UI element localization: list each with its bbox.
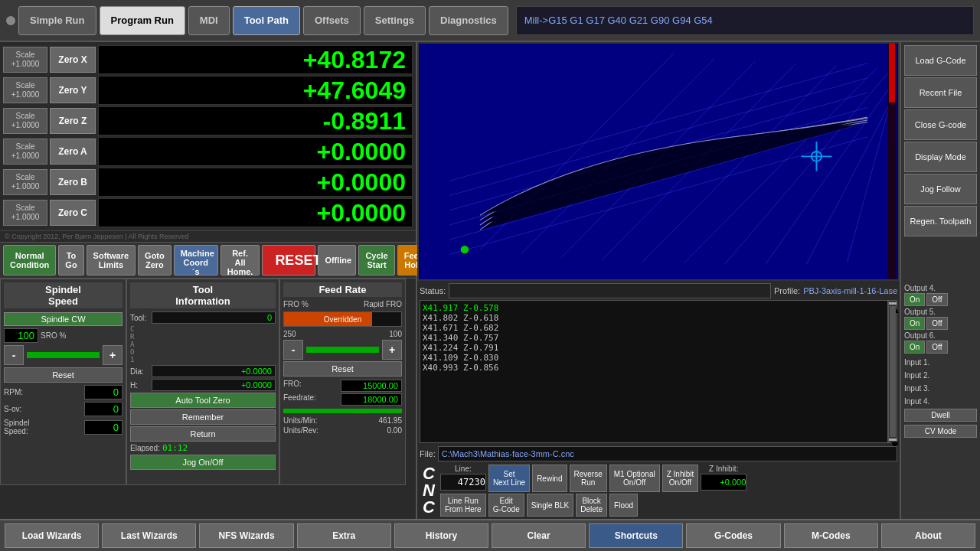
jog-follow-btn[interactable]: Jog Follow [904, 174, 977, 204]
z-inhibit-input[interactable] [701, 474, 746, 491]
close-gcode-btn[interactable]: Close G-code [904, 109, 977, 140]
machine-coords-btn[interactable]: MachineCoord´s [174, 245, 218, 276]
cv-mode-btn[interactable]: CV Mode [904, 425, 977, 438]
block-delete-btn[interactable]: BlockDelete [576, 494, 607, 517]
line-number-input[interactable] [440, 474, 486, 491]
feed-minus-btn[interactable]: - [283, 340, 303, 360]
line-run-here-btn[interactable]: Line RunFrom Here [440, 494, 486, 517]
output5-on-btn[interactable]: On [904, 317, 925, 330]
left-panel: Scale+1.0000 Zero X +40.8172 Scale+1.000… [0, 42, 417, 519]
nav-settings[interactable]: Settings [364, 6, 426, 35]
dwell-btn[interactable]: Dwell [904, 409, 977, 422]
nav-tool-path[interactable]: Tool Path [233, 6, 300, 35]
sov-input[interactable] [84, 402, 122, 416]
return-btn[interactable]: Return [130, 426, 276, 442]
to-go-btn[interactable]: To Go [58, 245, 83, 276]
software-limits-btn[interactable]: SoftwareLimits [87, 245, 136, 276]
scroll-up-arrow[interactable]: ▲ [889, 302, 897, 305]
extra-btn[interactable]: Extra [297, 523, 391, 548]
spindle-reset-btn[interactable]: Reset [4, 367, 122, 383]
scale-c-btn[interactable]: Scale+1.0000 [3, 200, 47, 226]
scale-z-btn[interactable]: Scale+1.0000 [3, 108, 47, 134]
reset-btn[interactable]: RESET [262, 245, 315, 276]
about-btn[interactable]: About [881, 523, 975, 548]
output6-on-btn[interactable]: On [904, 341, 925, 354]
h-input[interactable] [152, 379, 276, 391]
nav-diagnostics[interactable]: Diagnostics [429, 6, 508, 35]
output6-row: Output 6. On Off [904, 331, 977, 354]
last-wizards-btn[interactable]: Last Wizards [102, 523, 196, 548]
m-codes-btn[interactable]: M-Codes [784, 523, 878, 548]
auto-tool-zero-btn[interactable]: Auto Tool Zero [130, 393, 276, 408]
nav-offsets[interactable]: Offsets [303, 6, 361, 35]
tool-num-input[interactable] [152, 311, 276, 324]
recent-file-btn[interactable]: Recent File [904, 77, 977, 108]
nav-simple-run[interactable]: Simple Run [18, 6, 96, 35]
spindle-cw-btn[interactable]: Spindle CW [4, 312, 122, 326]
dro-row-y: Scale+1.0000 Zero Y +47.6049 [3, 76, 413, 105]
zero-a-btn[interactable]: Zero A [50, 139, 96, 165]
zero-x-btn[interactable]: Zero X [50, 47, 96, 73]
output4-on-btn[interactable]: On [904, 293, 925, 306]
zero-y-btn[interactable]: Zero Y [50, 77, 96, 103]
edit-gcode-btn[interactable]: EditG-Code [488, 494, 524, 517]
scale-a-btn[interactable]: Scale+1.0000 [3, 139, 47, 165]
file-path-input[interactable] [438, 446, 897, 461]
display-mode-btn[interactable]: Display Mode [904, 142, 977, 172]
scale-y-btn[interactable]: Scale+1.0000 [3, 77, 47, 103]
spindle-speed-input[interactable] [84, 420, 122, 435]
input3-label: Input 3. [904, 384, 977, 393]
feed-slider[interactable] [306, 347, 379, 353]
zero-b-btn[interactable]: Zero B [50, 169, 96, 195]
output5-off-btn[interactable]: Off [926, 317, 947, 330]
status-input[interactable] [449, 283, 771, 298]
single-blk-btn[interactable]: Single BLK [527, 494, 573, 517]
nav-program-run[interactable]: Program Run [100, 6, 185, 35]
g-codes-btn[interactable]: G-Codes [686, 523, 780, 548]
load-wizards-btn[interactable]: Load Wizards [5, 523, 99, 548]
scroll-down-arrow[interactable]: ▼ [889, 439, 897, 441]
history-btn[interactable]: History [394, 523, 488, 548]
jog-on-off-btn[interactable]: Jog On/Off [130, 455, 276, 470]
fro-value-input[interactable] [341, 380, 402, 392]
load-gcode-btn[interactable]: Load G-Code [904, 45, 977, 76]
clear-btn[interactable]: Clear [492, 523, 586, 548]
nav-mdi[interactable]: MDI [188, 6, 230, 35]
scale-x-btn[interactable]: Scale+1.0000 [3, 47, 47, 73]
offline-btn[interactable]: Offline [318, 245, 356, 276]
cycle-start-btn[interactable]: CycleStart [358, 245, 394, 276]
spindle-slider[interactable] [27, 352, 100, 358]
controls-row: C N C Line: SetNext Line Rew [420, 465, 897, 517]
rewind-btn[interactable]: Rewind [532, 465, 567, 492]
regen-toolpath-btn[interactable]: Regen. Toolpath [904, 206, 977, 236]
zero-c-btn[interactable]: Zero C [50, 200, 96, 226]
feedrate-input[interactable] [341, 393, 402, 406]
gcode-line-7: X40.993 Z-0.856 [423, 363, 885, 373]
feed-reset-btn[interactable]: Reset [283, 361, 402, 377]
goto-zero-btn[interactable]: Goto Zero [138, 245, 172, 276]
normal-condition-btn[interactable]: NormalCondition [3, 245, 56, 276]
scale-b-btn[interactable]: Scale+1.0000 [3, 169, 47, 195]
3d-viewport[interactable]: Tool:0 [417, 42, 900, 281]
zero-z-btn[interactable]: Zero Z [50, 108, 96, 134]
output5-row: Output 5. On Off [904, 308, 977, 330]
shortcuts-btn[interactable]: Shortcuts [589, 523, 683, 548]
gcode-scrollbar[interactable]: ▲ ▼ [888, 300, 897, 444]
sro-input[interactable] [4, 328, 38, 343]
nfs-wizards-btn[interactable]: NFS Wizards [199, 523, 293, 548]
remember-btn[interactable]: Remember [130, 409, 276, 425]
dia-input[interactable] [152, 365, 276, 377]
input2-label: Input 2. [904, 371, 977, 380]
output4-off-btn[interactable]: Off [926, 293, 947, 306]
m1-optional-btn[interactable]: M1 OptionalOn/Off [609, 465, 660, 492]
ref-all-home-btn[interactable]: Ref. AllHome. [220, 245, 260, 276]
rpm-input[interactable] [84, 385, 122, 399]
spindle-plus-btn[interactable]: + [103, 345, 122, 365]
flood-btn[interactable]: Flood [609, 494, 638, 517]
output6-off-btn[interactable]: Off [926, 341, 947, 354]
z-inhibit-btn[interactable]: Z InhibitOn/Off [662, 465, 699, 492]
set-next-line-btn[interactable]: SetNext Line [488, 465, 530, 492]
reverse-run-btn[interactable]: ReverseRun [570, 465, 607, 492]
feed-plus-btn[interactable]: + [382, 340, 402, 360]
spindle-minus-btn[interactable]: - [4, 345, 24, 365]
